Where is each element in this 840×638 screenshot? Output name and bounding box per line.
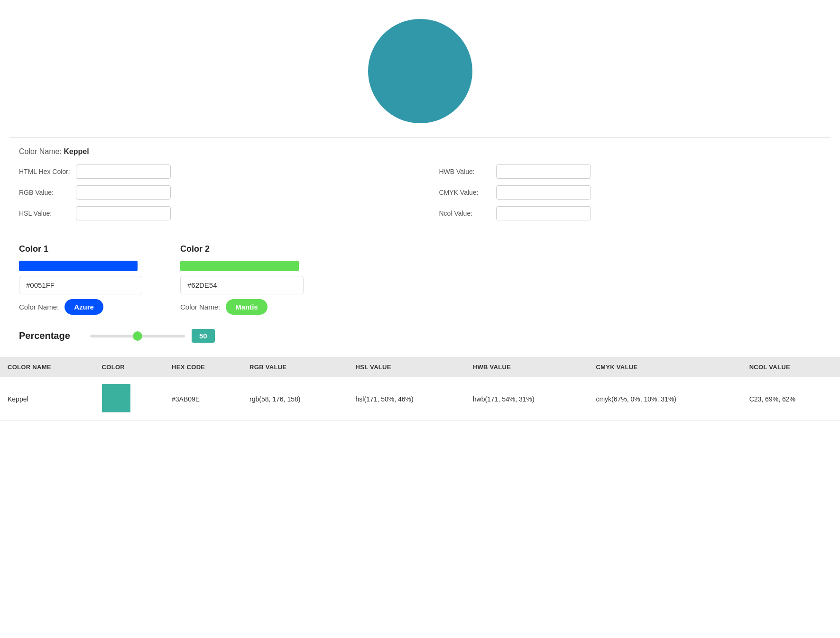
percentage-section: Percentage 50: [0, 324, 840, 352]
color-circle-section: [0, 0, 840, 137]
color2-name-row: Color Name: Mantis: [180, 299, 313, 315]
hwb-input[interactable]: hwb(189, 53%, 33%): [496, 164, 591, 179]
rgb-label: RGB Value:: [19, 189, 71, 196]
th-hsl-value: HSL VALUE: [348, 357, 465, 377]
th-color-name: COLOR NAME: [0, 357, 94, 377]
color-name-row: Color Name: Keppel: [19, 147, 821, 156]
percentage-label: Percentage: [19, 330, 81, 341]
color1-name-label: Color Name:: [19, 303, 59, 311]
color2-block: Color 2 #62DE54 Color Name: Mantis: [180, 244, 313, 315]
table-row: Keppel #3AB09E rgb(58, 176, 158) hsl(171…: [0, 377, 840, 421]
slider-thumb[interactable]: [133, 331, 142, 341]
cell-cmyk: cmyk(67%, 0%, 10%, 31%): [588, 377, 741, 421]
th-rgb-value: RGB VALUE: [242, 357, 348, 377]
cell-rgb: rgb(58, 176, 158): [242, 377, 348, 421]
color1-bar: [19, 261, 138, 271]
th-color: COLOR: [94, 357, 164, 377]
color1-name-row: Color Name: Azure: [19, 299, 152, 315]
color1-heading: Color 1: [19, 244, 152, 254]
color-table-section: COLOR NAME COLOR HEX CODE RGB VALUE HSL …: [0, 357, 840, 421]
cell-hwb: hwb(171, 54%, 31%): [465, 377, 589, 421]
th-hwb-value: HWB VALUE: [465, 357, 589, 377]
ncol-row: Ncol Value: C19, 60%, 67%: [439, 206, 822, 220]
ncol-input[interactable]: C19, 60%, 67%: [496, 206, 591, 220]
hsl-label: HSL Value:: [19, 210, 71, 217]
cell-color-swatch: [94, 377, 164, 421]
color1-hex-display: #0051FF: [19, 276, 142, 294]
cell-ncol: C23, 69%, 62%: [742, 377, 840, 421]
color2-name-badge: Mantis: [226, 299, 268, 315]
color2-hex-display: #62DE54: [180, 276, 304, 294]
html-hex-row: HTML Hex Color: #3198aa: [19, 164, 401, 179]
th-hex-code: HEX CODE: [164, 357, 242, 377]
color-name-value: Keppel: [64, 147, 89, 155]
cmyk-input[interactable]: cmyk(71%, 11%, 0%, 33): [496, 185, 591, 200]
hwb-label: HWB Value:: [439, 168, 491, 175]
hsl-row: HSL Value: hsl(189, 55%, 43%): [19, 206, 401, 220]
rgb-input[interactable]: rgb(49, 152, 170): [76, 185, 171, 200]
cmyk-row: CMYK Value: cmyk(71%, 11%, 0%, 33): [439, 185, 822, 200]
color2-heading: Color 2: [180, 244, 313, 254]
ncol-label: Ncol Value:: [439, 210, 491, 217]
color-pickers-section: Color 1 #0051FF Color Name: Azure Color …: [0, 235, 840, 324]
percentage-slider-wrap: 50: [90, 329, 215, 343]
color1-block: Color 1 #0051FF Color Name: Azure: [19, 244, 152, 315]
cmyk-label: CMYK Value:: [439, 189, 491, 196]
hsl-input[interactable]: hsl(189, 55%, 43%): [76, 206, 171, 220]
hwb-row: HWB Value: hwb(189, 53%, 33%): [439, 164, 822, 179]
html-hex-label: HTML Hex Color:: [19, 168, 71, 175]
color-name-label: Color Name:: [19, 147, 62, 155]
table-header-row: COLOR NAME COLOR HEX CODE RGB VALUE HSL …: [0, 357, 840, 377]
th-ncol-value: NCOL VALUE: [742, 357, 840, 377]
color1-name-badge: Azure: [65, 299, 103, 315]
cell-hsl: hsl(171, 50%, 46%): [348, 377, 465, 421]
percentage-value-badge: 50: [192, 329, 215, 343]
slider-track[interactable]: [90, 335, 185, 337]
color-circle: [368, 19, 472, 123]
cell-color-name: Keppel: [0, 377, 94, 421]
color2-bar: [180, 261, 299, 271]
color-info-section: Color Name: Keppel HTML Hex Color: #3198…: [0, 138, 840, 235]
cell-hex: #3AB09E: [164, 377, 242, 421]
color-values-grid: HTML Hex Color: #3198aa HWB Value: hwb(1…: [19, 164, 821, 220]
rgb-row: RGB Value: rgb(49, 152, 170): [19, 185, 401, 200]
th-cmyk-value: CMYK VALUE: [588, 357, 741, 377]
color-table: COLOR NAME COLOR HEX CODE RGB VALUE HSL …: [0, 357, 840, 421]
color2-name-label: Color Name:: [180, 303, 220, 311]
html-hex-input[interactable]: #3198aa: [76, 164, 171, 179]
